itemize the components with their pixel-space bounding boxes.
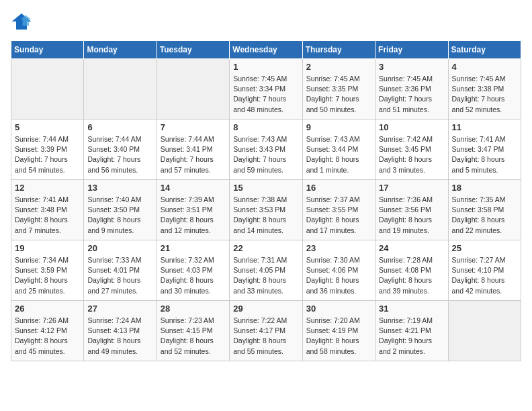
calendar-cell	[11, 59, 84, 120]
day-number: 1	[233, 62, 298, 72]
day-info: Sunrise: 7:41 AM Sunset: 3:48 PM Dayligh…	[15, 195, 80, 236]
day-number: 14	[161, 183, 226, 193]
day-info: Sunrise: 7:40 AM Sunset: 3:50 PM Dayligh…	[87, 195, 152, 236]
day-number: 17	[379, 183, 444, 193]
day-info: Sunrise: 7:44 AM Sunset: 3:39 PM Dayligh…	[15, 134, 80, 175]
day-of-week-header: Tuesday	[157, 41, 229, 59]
day-number: 2	[306, 62, 371, 72]
day-number: 18	[452, 183, 517, 193]
day-info: Sunrise: 7:42 AM Sunset: 3:45 PM Dayligh…	[379, 134, 444, 175]
calendar-cell: 15Sunrise: 7:38 AM Sunset: 3:53 PM Dayli…	[230, 180, 302, 240]
day-number: 15	[233, 183, 298, 193]
day-of-week-header: Friday	[375, 41, 448, 59]
calendar-cell: 12Sunrise: 7:41 AM Sunset: 3:48 PM Dayli…	[11, 180, 84, 240]
day-info: Sunrise: 7:23 AM Sunset: 4:15 PM Dayligh…	[161, 316, 226, 357]
day-number: 16	[306, 183, 371, 193]
day-number: 24	[379, 243, 444, 253]
day-info: Sunrise: 7:32 AM Sunset: 4:03 PM Dayligh…	[161, 255, 226, 296]
day-number: 31	[379, 304, 444, 314]
calendar-cell: 28Sunrise: 7:23 AM Sunset: 4:15 PM Dayli…	[157, 301, 229, 361]
calendar-cell: 18Sunrise: 7:35 AM Sunset: 3:58 PM Dayli…	[448, 180, 521, 240]
day-info: Sunrise: 7:35 AM Sunset: 3:58 PM Dayligh…	[452, 195, 517, 236]
calendar-table: SundayMondayTuesdayWednesdayThursdayFrid…	[11, 40, 521, 361]
day-number: 12	[15, 183, 80, 193]
day-info: Sunrise: 7:24 AM Sunset: 4:13 PM Dayligh…	[87, 316, 152, 357]
day-info: Sunrise: 7:33 AM Sunset: 4:01 PM Dayligh…	[87, 255, 152, 296]
day-info: Sunrise: 7:31 AM Sunset: 4:05 PM Dayligh…	[233, 255, 298, 296]
calendar-cell	[448, 301, 521, 361]
day-number: 26	[15, 304, 80, 314]
day-number: 11	[452, 122, 517, 132]
day-number: 25	[452, 243, 517, 253]
day-info: Sunrise: 7:22 AM Sunset: 4:17 PM Dayligh…	[233, 316, 298, 357]
calendar-cell: 14Sunrise: 7:39 AM Sunset: 3:51 PM Dayli…	[157, 180, 229, 240]
day-info: Sunrise: 7:43 AM Sunset: 3:43 PM Dayligh…	[233, 134, 298, 175]
day-of-week-header: Monday	[84, 41, 157, 59]
day-number: 22	[233, 243, 298, 253]
calendar-header-row: SundayMondayTuesdayWednesdayThursdayFrid…	[11, 41, 521, 59]
calendar-cell	[157, 59, 229, 120]
calendar-cell: 7Sunrise: 7:44 AM Sunset: 3:41 PM Daylig…	[157, 120, 229, 180]
calendar-cell: 9Sunrise: 7:43 AM Sunset: 3:44 PM Daylig…	[302, 120, 375, 180]
calendar-cell: 31Sunrise: 7:19 AM Sunset: 4:21 PM Dayli…	[375, 301, 448, 361]
calendar-cell: 2Sunrise: 7:45 AM Sunset: 3:35 PM Daylig…	[302, 59, 375, 120]
day-number: 5	[15, 122, 80, 132]
day-of-week-header: Sunday	[11, 41, 84, 59]
calendar-cell: 5Sunrise: 7:44 AM Sunset: 3:39 PM Daylig…	[11, 120, 84, 180]
day-number: 6	[87, 122, 152, 132]
day-number: 29	[233, 304, 298, 314]
day-info: Sunrise: 7:27 AM Sunset: 4:10 PM Dayligh…	[452, 255, 517, 296]
day-of-week-header: Wednesday	[230, 41, 302, 59]
logo	[11, 11, 35, 32]
day-info: Sunrise: 7:26 AM Sunset: 4:12 PM Dayligh…	[15, 316, 80, 357]
page-header	[11, 11, 521, 32]
calendar-cell: 21Sunrise: 7:32 AM Sunset: 4:03 PM Dayli…	[157, 240, 229, 301]
day-number: 8	[233, 122, 298, 132]
calendar-week-row: 5Sunrise: 7:44 AM Sunset: 3:39 PM Daylig…	[11, 120, 521, 180]
calendar-cell: 19Sunrise: 7:34 AM Sunset: 3:59 PM Dayli…	[11, 240, 84, 301]
day-info: Sunrise: 7:30 AM Sunset: 4:06 PM Dayligh…	[306, 255, 371, 296]
day-info: Sunrise: 7:44 AM Sunset: 3:41 PM Dayligh…	[161, 134, 226, 175]
day-info: Sunrise: 7:34 AM Sunset: 3:59 PM Dayligh…	[15, 255, 80, 296]
day-info: Sunrise: 7:45 AM Sunset: 3:35 PM Dayligh…	[306, 74, 371, 115]
calendar-cell: 25Sunrise: 7:27 AM Sunset: 4:10 PM Dayli…	[448, 240, 521, 301]
day-info: Sunrise: 7:45 AM Sunset: 3:36 PM Dayligh…	[379, 74, 444, 115]
day-number: 20	[87, 243, 152, 253]
day-number: 23	[306, 243, 371, 253]
calendar-cell: 26Sunrise: 7:26 AM Sunset: 4:12 PM Dayli…	[11, 301, 84, 361]
day-info: Sunrise: 7:38 AM Sunset: 3:53 PM Dayligh…	[233, 195, 298, 236]
day-info: Sunrise: 7:39 AM Sunset: 3:51 PM Dayligh…	[161, 195, 226, 236]
day-number: 10	[379, 122, 444, 132]
day-number: 13	[87, 183, 152, 193]
calendar-cell: 4Sunrise: 7:45 AM Sunset: 3:38 PM Daylig…	[448, 59, 521, 120]
calendar-cell: 23Sunrise: 7:30 AM Sunset: 4:06 PM Dayli…	[302, 240, 375, 301]
day-info: Sunrise: 7:36 AM Sunset: 3:56 PM Dayligh…	[379, 195, 444, 236]
day-of-week-header: Saturday	[448, 41, 521, 59]
calendar-cell: 8Sunrise: 7:43 AM Sunset: 3:43 PM Daylig…	[230, 120, 302, 180]
day-info: Sunrise: 7:45 AM Sunset: 3:38 PM Dayligh…	[452, 74, 517, 115]
day-number: 30	[306, 304, 371, 314]
calendar-week-row: 19Sunrise: 7:34 AM Sunset: 3:59 PM Dayli…	[11, 240, 521, 301]
calendar-cell	[84, 59, 157, 120]
day-info: Sunrise: 7:19 AM Sunset: 4:21 PM Dayligh…	[379, 316, 444, 357]
calendar-week-row: 12Sunrise: 7:41 AM Sunset: 3:48 PM Dayli…	[11, 180, 521, 240]
day-info: Sunrise: 7:45 AM Sunset: 3:34 PM Dayligh…	[233, 74, 298, 115]
day-number: 27	[87, 304, 152, 314]
day-number: 9	[306, 122, 371, 132]
calendar-cell: 10Sunrise: 7:42 AM Sunset: 3:45 PM Dayli…	[375, 120, 448, 180]
calendar-cell: 30Sunrise: 7:20 AM Sunset: 4:19 PM Dayli…	[302, 301, 375, 361]
day-number: 3	[379, 62, 444, 72]
logo-icon	[11, 11, 32, 32]
day-of-week-header: Thursday	[302, 41, 375, 59]
day-number: 21	[161, 243, 226, 253]
day-info: Sunrise: 7:20 AM Sunset: 4:19 PM Dayligh…	[306, 316, 371, 357]
calendar-cell: 13Sunrise: 7:40 AM Sunset: 3:50 PM Dayli…	[84, 180, 157, 240]
day-info: Sunrise: 7:44 AM Sunset: 3:40 PM Dayligh…	[87, 134, 152, 175]
calendar-cell: 11Sunrise: 7:41 AM Sunset: 3:47 PM Dayli…	[448, 120, 521, 180]
calendar-cell: 3Sunrise: 7:45 AM Sunset: 3:36 PM Daylig…	[375, 59, 448, 120]
calendar-cell: 24Sunrise: 7:28 AM Sunset: 4:08 PM Dayli…	[375, 240, 448, 301]
calendar-cell: 20Sunrise: 7:33 AM Sunset: 4:01 PM Dayli…	[84, 240, 157, 301]
day-info: Sunrise: 7:41 AM Sunset: 3:47 PM Dayligh…	[452, 134, 517, 175]
calendar-cell: 27Sunrise: 7:24 AM Sunset: 4:13 PM Dayli…	[84, 301, 157, 361]
day-number: 28	[161, 304, 226, 314]
